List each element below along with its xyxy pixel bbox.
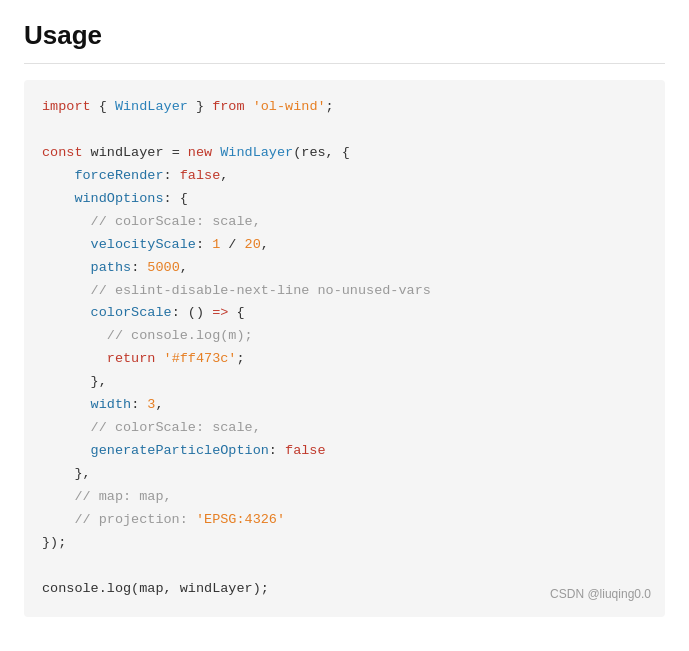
code-line-8: paths: 5000, xyxy=(42,257,647,280)
code-line-7: velocityScale: 1 / 20, xyxy=(42,234,647,257)
code-line-4: forceRender: false, xyxy=(42,165,647,188)
code-line-6: // colorScale: scale, xyxy=(42,211,647,234)
code-line-11: // console.log(m); xyxy=(42,325,647,348)
code-line-20: }); xyxy=(42,532,647,555)
code-line-17: }, xyxy=(42,463,647,486)
code-line-14: width: 3, xyxy=(42,394,647,417)
code-line-13: }, xyxy=(42,371,647,394)
code-line-1: import { WindLayer } from 'ol-wind'; xyxy=(42,96,647,119)
code-line-2 xyxy=(42,119,647,142)
code-line-10: colorScale: () => { xyxy=(42,302,647,325)
code-line-9: // eslint-disable-next-line no-unused-va… xyxy=(42,280,647,303)
code-line-5: windOptions: { xyxy=(42,188,647,211)
page-title: Usage xyxy=(24,20,665,64)
code-line-19: // projection: 'EPSG:4326' xyxy=(42,509,647,532)
code-line-16: generateParticleOption: false xyxy=(42,440,647,463)
code-line-12: return '#ff473c'; xyxy=(42,348,647,371)
page-container: Usage import { WindLayer } from 'ol-wind… xyxy=(0,0,689,651)
code-line-21 xyxy=(42,555,647,578)
watermark: CSDN @liuqing0.0 xyxy=(550,584,651,604)
code-line-3: const windLayer = new WindLayer(res, { xyxy=(42,142,647,165)
code-block: import { WindLayer } from 'ol-wind'; con… xyxy=(24,80,665,617)
code-line-18: // map: map, xyxy=(42,486,647,509)
code-line-15: // colorScale: scale, xyxy=(42,417,647,440)
